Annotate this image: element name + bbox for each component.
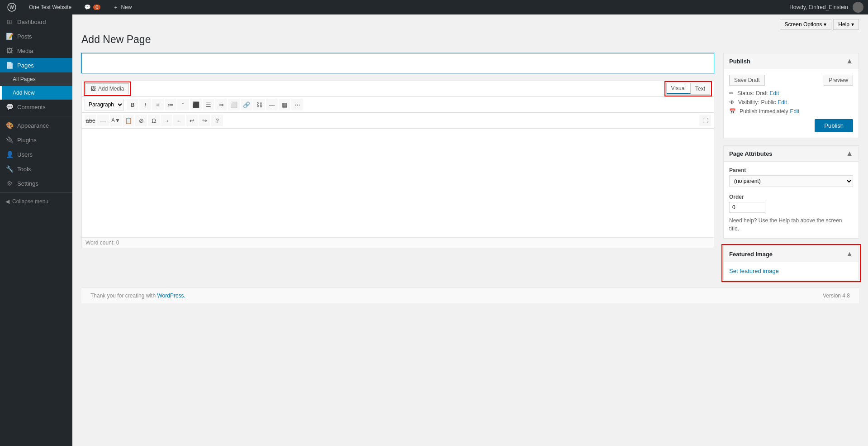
sidebar-item-settings[interactable]: ⚙ Settings xyxy=(0,176,72,191)
publish-panel-toggle: ▲ xyxy=(846,57,853,65)
redo-button[interactable]: ↪ xyxy=(199,115,210,126)
editor-column: 🖼 Add Media Visual Text xyxy=(81,53,714,288)
eye-icon: 👁 xyxy=(729,99,735,106)
sidebar-panels: Publish ▲ Save Draft Preview xyxy=(723,53,859,288)
parent-select[interactable]: (no parent) xyxy=(729,175,853,187)
screen-options-button[interactable]: Screen Options ▾ xyxy=(780,19,832,30)
plugins-icon: 🔌 xyxy=(5,136,14,144)
insert-link-button[interactable]: 🔗 xyxy=(241,99,252,110)
visibility-label: Visibility: xyxy=(738,99,759,106)
sidebar-subitem-add-new[interactable]: Add New xyxy=(0,86,72,100)
clear-formatting-button[interactable]: ⊘ xyxy=(135,115,147,126)
blockquote-button[interactable]: " xyxy=(177,99,189,110)
footer-text: Thank you for creating with WordPress. xyxy=(90,293,185,299)
comments-button[interactable]: 💬 0 xyxy=(81,0,103,14)
paste-text-button[interactable]: 📋 xyxy=(123,115,134,126)
word-count-bar: Word count: 0 xyxy=(82,237,714,248)
status-edit-link[interactable]: Edit xyxy=(769,90,779,96)
featured-image-title: Featured Image xyxy=(729,251,773,258)
indent-button[interactable]: → xyxy=(161,115,172,126)
editor-wrapper: 🖼 Add Media Visual Text xyxy=(81,81,714,248)
wp-wrap: ⊞ Dashboard 📝 Posts 🖼 Media 📄 Pages All … xyxy=(0,14,868,446)
remove-link-button[interactable]: ⛓ xyxy=(253,99,265,110)
add-media-button[interactable]: 🖼 Add Media xyxy=(85,83,129,94)
preview-button[interactable]: Preview xyxy=(824,75,853,86)
sidebar-item-posts[interactable]: 📝 Posts xyxy=(0,29,72,43)
sidebar-item-media[interactable]: 🖼 Media xyxy=(0,43,72,58)
publish-time-edit-link[interactable]: Edit xyxy=(790,108,799,115)
sidebar-item-dashboard[interactable]: ⊞ Dashboard xyxy=(0,14,72,29)
sidebar-item-tools[interactable]: 🔧 Tools xyxy=(0,162,72,176)
help-editor-button[interactable]: ? xyxy=(211,115,223,126)
align-left-button[interactable]: ⬛ xyxy=(190,99,202,110)
align-right-button[interactable]: ⇒ xyxy=(215,99,227,110)
media-icon: 🖼 xyxy=(5,47,14,54)
publish-panel-header[interactable]: Publish ▲ xyxy=(724,53,859,69)
help-label: Help xyxy=(838,21,849,28)
sidebar-subitem-all-pages[interactable]: All Pages xyxy=(0,72,72,86)
sidebar-item-appearance[interactable]: 🎨 Appearance xyxy=(0,118,72,133)
svg-text:W: W xyxy=(9,5,14,10)
publish-button-label: Publish xyxy=(824,122,844,129)
tools-icon: 🔧 xyxy=(5,165,14,173)
save-draft-button[interactable]: Save Draft xyxy=(729,75,765,86)
italic-button[interactable]: I xyxy=(139,99,151,110)
strikethrough-button[interactable]: abc xyxy=(85,115,96,126)
content-area: 🖼 Add Media Visual Text xyxy=(81,53,859,288)
read-more-button[interactable]: — xyxy=(266,99,278,110)
sidebar-item-label: Pages xyxy=(17,62,34,69)
featured-image-header[interactable]: Featured Image ▲ xyxy=(724,246,859,262)
save-draft-label: Save Draft xyxy=(734,77,760,83)
ordered-list-button[interactable]: ≔ xyxy=(165,99,176,110)
new-content-button[interactable]: ＋ New xyxy=(110,0,134,14)
sidebar-item-pages[interactable]: 📄 Pages xyxy=(0,58,72,72)
admin-menu: ⊞ Dashboard 📝 Posts 🖼 Media 📄 Pages All … xyxy=(0,14,72,446)
sidebar-item-label: Tools xyxy=(17,166,31,173)
sidebar-item-label: Dashboard xyxy=(17,19,46,25)
wp-logo-button[interactable]: W xyxy=(5,0,19,14)
page-attributes-header[interactable]: Page Attributes ▲ xyxy=(724,146,859,162)
align-justify-button[interactable]: ⬜ xyxy=(228,99,240,110)
undo-button[interactable]: ↩ xyxy=(186,115,198,126)
site-name-button[interactable]: One Test Website xyxy=(26,0,74,14)
page-title-input[interactable] xyxy=(81,53,714,73)
appearance-icon: 🎨 xyxy=(5,122,14,129)
special-chars-button[interactable]: Ω xyxy=(148,115,160,126)
publish-actions: Save Draft Preview xyxy=(729,75,853,86)
outdent-button[interactable]: ← xyxy=(173,115,185,126)
editor-body[interactable] xyxy=(82,129,714,237)
set-featured-image-link[interactable]: Set featured image xyxy=(729,268,779,274)
add-media-icon: 🖼 xyxy=(90,86,96,92)
page-attributes-body: Parent (no parent) Order Need help? Use … xyxy=(724,162,859,238)
sidebar-item-comments[interactable]: 💬 Comments xyxy=(0,100,72,114)
status-row: ✏ Status: Draft Edit xyxy=(729,90,853,96)
visibility-row: 👁 Visibility: Public Edit xyxy=(729,99,853,106)
wordpress-link[interactable]: WordPress. xyxy=(157,293,185,299)
chevron-down-icon-help: ▾ xyxy=(851,21,854,28)
paragraph-format-select[interactable]: Paragraph Heading 1 Heading 2 Heading 3 xyxy=(85,99,124,110)
toolbar-toggle-button[interactable]: ⋯ xyxy=(291,99,303,110)
table-button[interactable]: ▦ xyxy=(279,99,290,110)
page-attributes-panel: Page Attributes ▲ Parent (no parent) Ord… xyxy=(723,145,859,239)
bold-button[interactable]: B xyxy=(127,99,138,110)
fullscreen-button[interactable]: ⛶ xyxy=(699,115,711,126)
format-toolbar-2: abc — A▼ 📋 ⊘ Ω → ← ↩ ↪ ? ⛶ xyxy=(82,113,714,129)
sidebar-item-label: Posts xyxy=(17,33,32,40)
order-input[interactable] xyxy=(729,202,765,213)
sidebar-item-label: Users xyxy=(17,151,33,158)
unordered-list-button[interactable]: ≡ xyxy=(152,99,164,110)
posts-icon: 📝 xyxy=(5,33,14,40)
visual-tab[interactable]: Visual xyxy=(667,83,691,94)
text-tab[interactable]: Text xyxy=(691,83,710,94)
horizontal-rule-button[interactable]: — xyxy=(97,115,109,126)
publish-button[interactable]: Publish xyxy=(815,119,853,132)
collapse-menu-button[interactable]: ◀ Collapse menu xyxy=(0,195,72,208)
status-value: Draft xyxy=(756,90,768,96)
help-button[interactable]: Help ▾ xyxy=(833,19,859,30)
text-color-button[interactable]: A▼ xyxy=(110,115,122,126)
sidebar-item-users[interactable]: 👤 Users xyxy=(0,147,72,162)
sidebar-item-plugins[interactable]: 🔌 Plugins xyxy=(0,133,72,147)
sidebar-item-label: Media xyxy=(17,48,33,54)
align-center-button[interactable]: ☰ xyxy=(203,99,214,110)
visibility-edit-link[interactable]: Edit xyxy=(778,99,787,106)
